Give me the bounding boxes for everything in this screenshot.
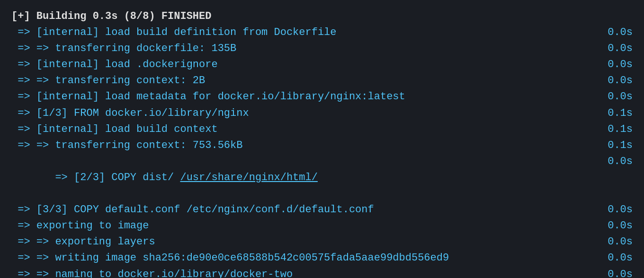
line-2-time: 0.0s: [604, 41, 633, 57]
terminal-line-1: => [internal] load build definition from…: [11, 25, 633, 41]
terminal-header-time: [604, 9, 633, 25]
terminal-line-2: => => transferring dockerfile: 135B 0.0s: [11, 41, 633, 57]
line-4-text: => => transferring context: 2B: [11, 73, 205, 89]
line-9-prefix: => [2/3] COPY dist/: [49, 172, 180, 183]
terminal-header-text: [+] Building 0.3s (8/8) FINISHED: [11, 9, 211, 25]
terminal-line-10: => [3/3] COPY default.conf /etc/nginx/co…: [11, 202, 633, 218]
line-12-text: => => exporting layers: [11, 234, 155, 250]
terminal-line-7: => [internal] load build context 0.1s: [11, 122, 633, 138]
line-5-time: 0.0s: [604, 89, 633, 105]
line-9-text: => [2/3] COPY dist/ /usr/share/nginx/htm…: [11, 154, 318, 202]
line-12-time: 0.0s: [604, 234, 633, 250]
line-13-time: 0.0s: [604, 250, 633, 266]
line-6-text: => [1/3] FROM docker.io/library/nginx: [11, 105, 249, 122]
line-9-time: 0.0s: [604, 154, 633, 202]
line-2-text: => => transferring dockerfile: 135B: [11, 41, 236, 57]
line-7-time: 0.1s: [604, 122, 633, 138]
terminal-line-3: => [internal] load .dockerignore 0.0s: [11, 57, 633, 73]
terminal-line-13: => => writing image sha256:de90e0ce68588…: [11, 250, 633, 266]
line-8-time: 0.1s: [604, 138, 633, 154]
line-3-text: => [internal] load .dockerignore: [11, 57, 218, 73]
terminal-line-12: => => exporting layers 0.0s: [11, 234, 633, 250]
terminal-line-4: => => transferring context: 2B 0.0s: [11, 73, 633, 89]
line-10-text: => [3/3] COPY default.conf /etc/nginx/co…: [11, 202, 374, 218]
line-3-time: 0.0s: [604, 57, 633, 73]
line-1-time: 0.0s: [604, 25, 633, 41]
terminal-line-9: => [2/3] COPY dist/ /usr/share/nginx/htm…: [11, 154, 633, 202]
line-4-time: 0.0s: [604, 73, 633, 89]
terminal-line-header: [+] Building 0.3s (8/8) FINISHED: [11, 9, 633, 25]
terminal-line-14: => => naming to docker.io/library/docker…: [11, 267, 633, 278]
terminal-line-8: => => transferring context: 753.56kB 0.1…: [11, 138, 633, 154]
terminal-line-11: => exporting to image 0.0s: [11, 218, 633, 234]
line-8-text: => => transferring context: 753.56kB: [11, 138, 242, 154]
line-1-text: => [internal] load build definition from…: [11, 25, 337, 41]
line-7-text: => [internal] load build context: [11, 122, 218, 138]
line-13-text: => => writing image sha256:de90e0ce68588…: [11, 250, 449, 266]
line-5-text: => [internal] load metadata for docker.i…: [11, 89, 405, 105]
line-9-link: /usr/share/nginx/html/: [180, 172, 317, 183]
terminal-output: [+] Building 0.3s (8/8) FINISHED => [int…: [11, 9, 633, 269]
line-10-time: 0.0s: [604, 202, 633, 218]
line-11-text: => exporting to image: [11, 218, 149, 234]
line-14-text: => => naming to docker.io/library/docker…: [11, 267, 293, 278]
line-6-time: 0.1s: [604, 105, 633, 122]
terminal-line-5: => [internal] load metadata for docker.i…: [11, 89, 633, 105]
terminal-line-6: => [1/3] FROM docker.io/library/nginx 0.…: [11, 105, 633, 122]
line-11-time: 0.0s: [604, 218, 633, 234]
line-14-time: 0.0s: [604, 267, 633, 278]
